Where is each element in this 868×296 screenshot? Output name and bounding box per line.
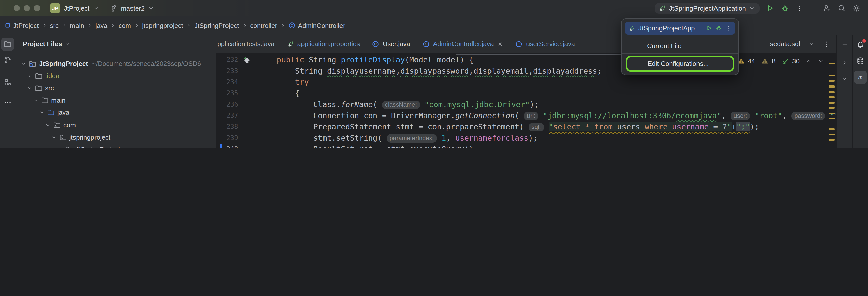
code-line-235[interactable]: 235 { xyxy=(216,88,829,99)
error-stripe-mark[interactable] xyxy=(829,129,835,130)
editor-tab-userService.java[interactable]: CuserService.java xyxy=(509,35,581,53)
chevron-down-icon[interactable] xyxy=(56,147,64,148)
more-actions-icon[interactable] xyxy=(725,25,732,31)
code-line-240[interactable]: 240 ResultSet rst = stmt.executeQuery(); xyxy=(216,144,829,148)
tree-item-src[interactable]: src xyxy=(15,82,216,94)
run-configuration-selector[interactable]: JtSpringProjectApplication xyxy=(655,3,760,14)
editor-tab-User.java[interactable]: CUser.java xyxy=(366,35,416,53)
commit-tool-button[interactable] xyxy=(1,53,14,66)
code-line-236[interactable]: 236 Class.forName( className: "com.mysql… xyxy=(216,99,829,110)
editor-tab-pplicationTests.java[interactable]: pplicationTests.java xyxy=(216,35,280,53)
tree-item-main[interactable]: main xyxy=(15,94,216,106)
project-selector[interactable]: JP JtProject xyxy=(50,3,99,13)
breadcrumb-item-jtspringproject[interactable]: jtspringproject xyxy=(142,22,183,29)
line-number[interactable]: 239 xyxy=(223,133,238,144)
window-close-button[interactable] xyxy=(14,5,20,11)
database-tool-icon[interactable] xyxy=(854,54,867,68)
project-view-header[interactable]: Project Files xyxy=(15,35,216,48)
tree-item-java[interactable]: java xyxy=(15,107,216,119)
breadcrumb-item-com[interactable]: com xyxy=(119,22,131,29)
editor-tab-sedata-sql[interactable]: sedata.sql xyxy=(770,40,800,48)
error-stripe-mark[interactable] xyxy=(829,102,835,104)
error-stripe-mark[interactable] xyxy=(829,139,835,141)
window-zoom-button[interactable] xyxy=(34,5,40,11)
chevron-down-icon[interactable] xyxy=(19,61,27,66)
error-stripe-mark[interactable] xyxy=(829,118,835,119)
chevron-down-icon[interactable] xyxy=(50,134,58,140)
add-user-icon[interactable] xyxy=(823,4,831,12)
breadcrumb-item-JtProject[interactable]: JtProject xyxy=(5,22,39,29)
code-line-234[interactable]: 234 try xyxy=(216,77,829,88)
tree-item-jtspringproject[interactable]: jtspringproject xyxy=(15,131,216,143)
chevron-right-icon[interactable] xyxy=(25,73,33,79)
error-stripe-mark[interactable] xyxy=(829,113,835,114)
error-stripe-mark[interactable] xyxy=(829,85,835,88)
chevron-down-icon[interactable] xyxy=(841,76,848,82)
breadcrumb-item-controller[interactable]: controller xyxy=(250,22,277,29)
window-controls[interactable] xyxy=(14,5,40,11)
breadcrumb-item-src[interactable]: src xyxy=(50,22,59,29)
project-tool-button[interactable] xyxy=(1,37,14,51)
breadcrumb-item-JtSpringProject[interactable]: JtSpringProject xyxy=(194,22,239,29)
grammar-ok-icon[interactable] xyxy=(782,57,789,65)
error-stripe-mark[interactable] xyxy=(829,75,835,76)
error-stripe-mark[interactable] xyxy=(829,134,835,135)
line-number[interactable]: 240 xyxy=(223,144,238,148)
search-icon[interactable] xyxy=(838,4,846,12)
code-line-239[interactable]: 239 stmt.setString( parameterIndex: 1, u… xyxy=(216,133,829,144)
line-number[interactable]: 235 xyxy=(223,88,238,99)
code-line-237[interactable]: 237 Connection con = DriverManager.getCo… xyxy=(216,110,829,122)
settings-gear-icon[interactable] xyxy=(852,4,860,12)
menu-item-current-file[interactable]: Current File xyxy=(622,40,738,51)
chevron-down-icon[interactable] xyxy=(43,122,52,128)
debug-button[interactable] xyxy=(781,4,789,12)
error-stripe-mark[interactable] xyxy=(829,63,835,64)
more-actions-icon[interactable] xyxy=(823,41,830,48)
more-tool-windows-button[interactable] xyxy=(1,96,14,109)
breadcrumb-item-main[interactable]: main xyxy=(70,22,84,29)
request-mapping-icon[interactable] xyxy=(243,56,250,64)
error-stripe-mark[interactable] xyxy=(829,91,835,93)
run-button[interactable] xyxy=(706,25,712,31)
breadcrumb-item-java[interactable]: java xyxy=(95,22,107,29)
notifications-bell-icon[interactable] xyxy=(854,38,867,51)
debug-button[interactable] xyxy=(715,25,722,31)
code-editor[interactable]: 232 public String profileDisplay(Model m… xyxy=(216,53,836,148)
run-config-selected[interactable]: JtSpringProjectApp xyxy=(625,22,735,34)
breadcrumb-item-AdminController[interactable]: CAdminController xyxy=(288,22,345,29)
error-stripe-mark[interactable] xyxy=(829,80,835,82)
menu-item-edit-configurations[interactable]: Edit Configurations... xyxy=(627,60,709,68)
line-number[interactable]: 236 xyxy=(223,99,238,110)
chevron-down-icon[interactable] xyxy=(25,85,33,91)
error-stripe-mark[interactable] xyxy=(829,107,835,109)
chevron-down-icon[interactable] xyxy=(37,110,45,115)
line-number[interactable]: 238 xyxy=(223,122,238,133)
more-actions-icon[interactable] xyxy=(796,4,803,12)
next-problem-icon[interactable] xyxy=(818,58,824,64)
line-number[interactable]: 237 xyxy=(223,110,238,122)
structure-tool-button[interactable] xyxy=(1,76,14,89)
maven-tool-icon[interactable]: m xyxy=(854,71,867,84)
tree-item-com[interactable]: com xyxy=(15,119,216,131)
close-icon[interactable] xyxy=(497,41,503,47)
chevron-right-icon[interactable] xyxy=(841,59,848,66)
editor-tab-AdminController.java[interactable]: CAdminController.java xyxy=(416,35,509,53)
window-minimize-button[interactable] xyxy=(24,5,30,11)
hide-panel-icon[interactable] xyxy=(841,41,848,48)
line-number[interactable]: 233 xyxy=(223,65,238,77)
line-number[interactable]: 234 xyxy=(223,77,238,88)
line-number[interactable]: 232 xyxy=(223,54,238,65)
error-stripe-mark[interactable] xyxy=(829,97,835,98)
branch-selector[interactable]: master2 xyxy=(110,4,154,12)
tab-list-chevron-icon[interactable] xyxy=(808,41,815,47)
tree-item-.idea[interactable]: .idea xyxy=(15,70,216,82)
chevron-down-icon[interactable] xyxy=(31,98,39,103)
weak-warning-icon[interactable] xyxy=(761,57,769,65)
prev-problem-icon[interactable] xyxy=(806,58,812,64)
tree-item-JtSpringProject[interactable]: JtSpringProject xyxy=(15,143,216,148)
error-stripe[interactable] xyxy=(829,53,835,148)
code-line-238[interactable]: 238 PreparedStatement stmt = con.prepare… xyxy=(216,122,829,133)
run-button[interactable] xyxy=(766,4,774,12)
tree-item-JtSpringProject[interactable]: JtSpringProject~/Documents/seneca/2023se… xyxy=(15,57,216,70)
editor-tab-application.properties[interactable]: application.properties xyxy=(280,35,366,53)
